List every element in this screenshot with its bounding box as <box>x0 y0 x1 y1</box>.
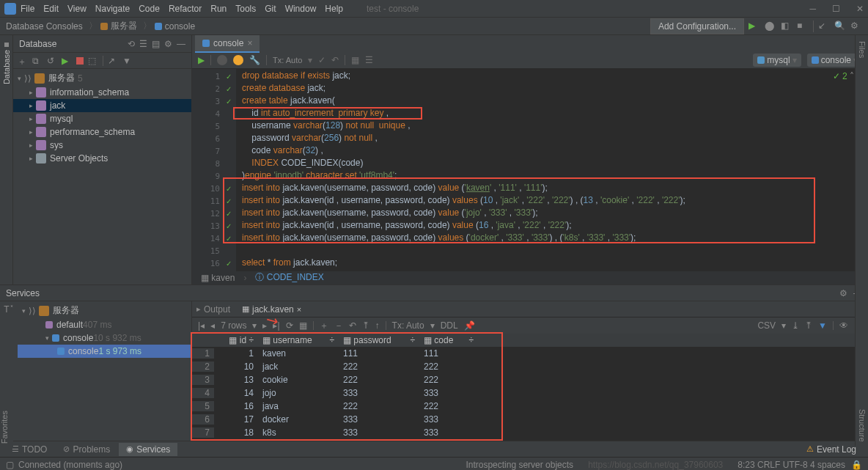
coverage-icon[interactable]: ◧ <box>781 21 792 32</box>
hide-panel-icon[interactable]: — <box>177 39 185 49</box>
pin-icon[interactable]: 📌 <box>464 320 475 331</box>
result-grid[interactable]: ▦ id ÷ ▦ username ÷ ▦ password ÷ ▦ code … <box>192 334 868 441</box>
table-row[interactable]: 617docker333333 <box>192 413 868 426</box>
col-code[interactable]: ▦ code ÷ <box>419 335 478 345</box>
datasource-chip[interactable]: mysql▾ <box>753 54 801 67</box>
close-tab-icon[interactable]: × <box>247 38 252 48</box>
search-icon[interactable]: 🔍 <box>834 21 846 32</box>
event-log[interactable]: ⚠ Event Log <box>799 443 864 456</box>
tree-server[interactable]: ▾⟩⟩ 服务器 5 <box>13 70 191 86</box>
import-icon[interactable]: ⤒ <box>805 320 812 331</box>
col-username[interactable]: ▦ username ÷ <box>258 335 339 345</box>
favorites-tool-tab[interactable]: Favorites <box>0 411 9 444</box>
col-id[interactable]: ▦ id ÷ <box>214 335 258 345</box>
add-configuration-button[interactable]: Add Configuration... <box>650 18 744 34</box>
table-row[interactable]: 414jojo333333 <box>192 386 868 400</box>
menu-code[interactable]: Code <box>139 4 160 14</box>
svc-tree[interactable]: ▾⟩⟩服务器 default 407 ms ▾console 10 s 932 … <box>18 301 191 441</box>
db-sync-icon[interactable]: ⟲ <box>128 39 135 49</box>
minimize-icon[interactable]: ─ <box>809 4 816 14</box>
remove-row-icon[interactable]: － <box>334 320 343 332</box>
menu-view[interactable]: View <box>67 4 87 14</box>
ddl-button[interactable]: DDL <box>441 320 458 331</box>
run-icon[interactable]: ▶ <box>749 21 760 32</box>
commit-icon[interactable]: ✓ <box>318 55 326 65</box>
menu-file[interactable]: File <box>21 4 34 14</box>
last-page-icon[interactable]: ▸| <box>273 320 279 331</box>
tx-icon[interactable]: T˟ <box>4 304 13 315</box>
revert-icon[interactable]: ↶ <box>349 320 356 331</box>
tree-server-objects[interactable]: ▸Server Objects <box>13 152 191 165</box>
tab-console[interactable]: console × <box>195 35 260 53</box>
database-tool-tab[interactable]: Database <box>2 50 11 84</box>
db-gear-icon[interactable]: ⚙ <box>164 39 172 49</box>
left-stripe-bottom[interactable]: Favorites <box>0 315 13 447</box>
stop-icon[interactable]: ■ <box>797 21 809 32</box>
menu-run[interactable]: Run <box>210 4 227 14</box>
duplicate-icon[interactable]: ⧉ <box>32 56 43 66</box>
menu-refactor[interactable]: Refactor <box>169 4 202 14</box>
close-icon[interactable]: ✕ <box>856 4 864 14</box>
maximize-icon[interactable]: ☐ <box>832 4 840 14</box>
main-menu[interactable]: File Edit View Navigate Code Refactor Ru… <box>21 4 352 14</box>
lock-icon[interactable]: 🔒 <box>851 460 862 470</box>
tree-schema[interactable]: ▸information_schema <box>13 86 191 99</box>
status-right[interactable]: 8:23 CRLF UTF-8 4 spaces <box>738 460 845 470</box>
db-filter-icon[interactable]: ☰ <box>139 39 147 49</box>
menu-navigate[interactable]: Navigate <box>95 4 130 14</box>
svc-gear-icon[interactable]: ⚙ <box>839 288 847 298</box>
gutter[interactable]: 1✓ 2✓ 3✓ 4✓ 5✓ 6✓ 7✓ 8✓ 9✓ 10✓ 11✓ 12✓ 1… <box>192 69 236 271</box>
history-icon[interactable] <box>217 55 227 65</box>
table-row[interactable]: 313cookie222222 <box>192 373 868 386</box>
settings2-icon[interactable]: ☰ <box>365 55 373 65</box>
export-icon[interactable]: ⤓ <box>792 320 799 331</box>
tab-problems[interactable]: ⊘ Problems <box>56 443 117 456</box>
tx-mode[interactable]: Tx: Auto <box>273 56 302 65</box>
col-password[interactable]: ▦ password ÷ <box>339 335 419 345</box>
tx-mode2[interactable]: Tx: Auto <box>392 320 424 331</box>
status-icon[interactable]: ▢ <box>6 460 14 470</box>
debug-icon[interactable]: ⬤ <box>765 21 776 32</box>
jump-icon[interactable]: ↗ <box>108 56 118 66</box>
table-row[interactable]: 210jack222222 <box>192 360 868 373</box>
tree-schema[interactable]: ▸sys <box>13 139 191 152</box>
breadcrumb[interactable]: console <box>165 21 195 32</box>
submit-icon[interactable]: ⤒ <box>362 320 369 331</box>
play-icon[interactable]: ▶ <box>62 56 72 66</box>
refresh-prev-icon[interactable]: ↺ <box>47 56 57 66</box>
wrench-icon[interactable]: 🔧 <box>249 55 260 65</box>
menu-tools[interactable]: Tools <box>235 4 256 14</box>
editor-breadcrumb[interactable]: ▦ kaven › ⓘ CODE_INDEX <box>192 271 868 284</box>
add-icon[interactable]: ＋ <box>18 56 28 66</box>
eye-icon[interactable]: 👁 <box>839 320 848 331</box>
breadcrumb[interactable]: Database Consoles <box>6 21 83 32</box>
menu-edit[interactable]: Edit <box>43 4 59 14</box>
funnel2-icon[interactable]: ▼ <box>818 320 827 331</box>
menu-help[interactable]: Help <box>325 4 343 14</box>
tree-schema[interactable]: ▸mysql <box>13 112 191 125</box>
structure-tool-tab[interactable]: Structure <box>858 409 867 442</box>
console-chip[interactable]: console▾ <box>807 54 862 67</box>
tab-output[interactable]: ▸ Output <box>196 304 230 315</box>
tab-services[interactable]: ◉ Services <box>119 443 177 456</box>
db-tree[interactable]: ▾⟩⟩ 服务器 5 ▸information_schema ▸jack ▸mys… <box>13 69 191 166</box>
menu-window[interactable]: Window <box>285 4 317 14</box>
table-row[interactable]: 718k8s333333 <box>192 426 868 439</box>
diagram-icon[interactable]: ⬚ <box>88 56 98 66</box>
csv-button[interactable]: CSV <box>757 320 776 331</box>
menu-git[interactable]: Git <box>265 4 276 14</box>
tree-schema-jack[interactable]: ▸jack <box>13 99 191 112</box>
rollback-icon[interactable]: ↶ <box>331 55 339 65</box>
code-editor[interactable]: drop database if exists jack; create dat… <box>236 69 868 271</box>
breadcrumb[interactable]: 服务器 <box>111 20 137 32</box>
tab-jackkaven[interactable]: ▦ jack.kaven × <box>242 304 301 315</box>
rows-icon[interactable]: ▦ <box>351 55 359 65</box>
git-update-icon[interactable]: ↙ <box>818 21 830 32</box>
reload-icon[interactable]: ⟳ <box>286 320 293 331</box>
execute-icon[interactable]: ▶ <box>198 55 205 65</box>
table-row[interactable]: 11kaven111111 <box>192 347 868 360</box>
funnel-icon[interactable]: ▼ <box>122 56 133 66</box>
up-icon[interactable]: ↑ <box>375 320 380 331</box>
tree-schema[interactable]: ▸performance_schema <box>13 125 191 139</box>
table-row[interactable]: 516java222222 <box>192 400 868 413</box>
